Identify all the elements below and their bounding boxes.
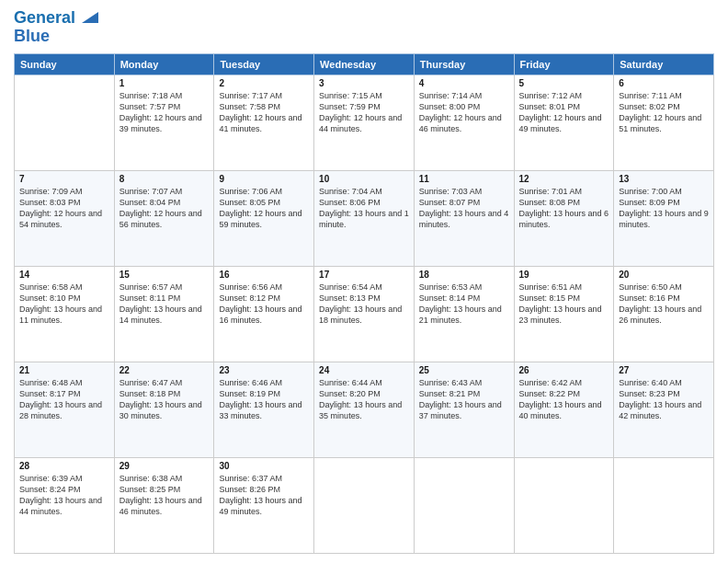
day-number: 5 — [519, 78, 609, 88]
day-number: 19 — [519, 270, 609, 280]
calendar-cell: 18Sunrise: 6:53 AMSunset: 8:14 PMDayligh… — [414, 266, 514, 362]
calendar-cell: 6Sunrise: 7:11 AMSunset: 8:02 PMDaylight… — [614, 75, 714, 170]
day-info: Sunrise: 6:46 AMSunset: 8:19 PMDaylight:… — [219, 377, 309, 422]
day-info: Sunrise: 7:09 AMSunset: 8:03 PMDaylight:… — [19, 186, 109, 231]
day-info: Sunrise: 6:42 AMSunset: 8:22 PMDaylight:… — [519, 377, 609, 422]
calendar-week-0: 1Sunrise: 7:18 AMSunset: 7:57 PMDaylight… — [15, 75, 714, 170]
calendar-cell: 29Sunrise: 6:38 AMSunset: 8:25 PMDayligh… — [114, 457, 214, 553]
weekday-saturday: Saturday — [614, 53, 714, 75]
day-info: Sunrise: 7:03 AMSunset: 8:07 PMDaylight:… — [419, 186, 509, 231]
day-number: 24 — [319, 365, 409, 375]
day-number: 20 — [619, 270, 709, 280]
day-info: Sunrise: 6:43 AMSunset: 8:21 PMDaylight:… — [419, 377, 509, 422]
calendar-cell: 10Sunrise: 7:04 AMSunset: 8:06 PMDayligh… — [314, 170, 415, 266]
day-info: Sunrise: 6:51 AMSunset: 8:15 PMDaylight:… — [519, 282, 609, 327]
day-number: 30 — [219, 461, 309, 471]
calendar-cell: 21Sunrise: 6:48 AMSunset: 8:17 PMDayligh… — [15, 362, 115, 457]
calendar-cell: 11Sunrise: 7:03 AMSunset: 8:07 PMDayligh… — [414, 170, 514, 266]
calendar-week-2: 14Sunrise: 6:58 AMSunset: 8:10 PMDayligh… — [15, 266, 714, 362]
day-info: Sunrise: 7:17 AMSunset: 7:58 PMDaylight:… — [219, 90, 309, 135]
calendar-cell: 26Sunrise: 6:42 AMSunset: 8:22 PMDayligh… — [514, 362, 614, 457]
calendar-cell: 2Sunrise: 7:17 AMSunset: 7:58 PMDaylight… — [214, 75, 314, 170]
calendar-cell: 13Sunrise: 7:00 AMSunset: 8:09 PMDayligh… — [614, 170, 714, 266]
day-info: Sunrise: 7:07 AMSunset: 8:04 PMDaylight:… — [119, 186, 210, 231]
logo: General Blue — [14, 9, 98, 46]
calendar-cell: 4Sunrise: 7:14 AMSunset: 8:00 PMDaylight… — [414, 75, 514, 170]
svg-marker-0 — [82, 12, 98, 23]
weekday-wednesday: Wednesday — [314, 53, 415, 75]
day-info: Sunrise: 6:54 AMSunset: 8:13 PMDaylight:… — [319, 282, 409, 327]
calendar-cell: 19Sunrise: 6:51 AMSunset: 8:15 PMDayligh… — [514, 266, 614, 362]
day-info: Sunrise: 7:14 AMSunset: 8:00 PMDaylight:… — [419, 90, 509, 135]
day-number: 11 — [419, 174, 509, 184]
day-number: 4 — [419, 78, 509, 88]
calendar-cell: 7Sunrise: 7:09 AMSunset: 8:03 PMDaylight… — [15, 170, 115, 266]
day-info: Sunrise: 6:53 AMSunset: 8:14 PMDaylight:… — [419, 282, 509, 327]
day-number: 3 — [319, 78, 409, 88]
calendar-cell: 9Sunrise: 7:06 AMSunset: 8:05 PMDaylight… — [214, 170, 314, 266]
calendar-cell — [314, 457, 415, 553]
day-info: Sunrise: 7:00 AMSunset: 8:09 PMDaylight:… — [619, 186, 709, 231]
day-number: 12 — [519, 174, 609, 184]
logo-blue-text: Blue — [14, 28, 50, 46]
day-info: Sunrise: 7:18 AMSunset: 7:57 PMDaylight:… — [119, 90, 210, 135]
day-info: Sunrise: 6:57 AMSunset: 8:11 PMDaylight:… — [119, 282, 210, 327]
weekday-monday: Monday — [114, 53, 214, 75]
day-number: 21 — [19, 365, 109, 375]
calendar-cell — [15, 75, 115, 170]
day-number: 29 — [119, 461, 210, 471]
calendar-cell: 8Sunrise: 7:07 AMSunset: 8:04 PMDaylight… — [114, 170, 214, 266]
logo-icon — [82, 12, 98, 23]
weekday-header-row: SundayMondayTuesdayWednesdayThursdayFrid… — [15, 53, 714, 75]
calendar-cell: 25Sunrise: 6:43 AMSunset: 8:21 PMDayligh… — [414, 362, 514, 457]
calendar-cell: 23Sunrise: 6:46 AMSunset: 8:19 PMDayligh… — [214, 362, 314, 457]
day-info: Sunrise: 7:06 AMSunset: 8:05 PMDaylight:… — [219, 186, 309, 231]
day-number: 16 — [219, 270, 309, 280]
calendar-cell: 28Sunrise: 6:39 AMSunset: 8:24 PMDayligh… — [15, 457, 115, 553]
day-info: Sunrise: 6:48 AMSunset: 8:17 PMDaylight:… — [19, 377, 109, 422]
calendar-cell: 5Sunrise: 7:12 AMSunset: 8:01 PMDaylight… — [514, 75, 614, 170]
calendar-cell: 3Sunrise: 7:15 AMSunset: 7:59 PMDaylight… — [314, 75, 415, 170]
calendar-cell: 24Sunrise: 6:44 AMSunset: 8:20 PMDayligh… — [314, 362, 415, 457]
calendar-cell: 20Sunrise: 6:50 AMSunset: 8:16 PMDayligh… — [614, 266, 714, 362]
day-info: Sunrise: 6:44 AMSunset: 8:20 PMDaylight:… — [319, 377, 409, 422]
day-number: 13 — [619, 174, 709, 184]
day-info: Sunrise: 6:58 AMSunset: 8:10 PMDaylight:… — [19, 282, 109, 327]
calendar-cell — [514, 457, 614, 553]
calendar-table: SundayMondayTuesdayWednesdayThursdayFrid… — [14, 53, 714, 554]
calendar-cell: 17Sunrise: 6:54 AMSunset: 8:13 PMDayligh… — [314, 266, 415, 362]
day-info: Sunrise: 6:40 AMSunset: 8:23 PMDaylight:… — [619, 377, 709, 422]
logo-text: General — [14, 9, 98, 28]
calendar-cell: 15Sunrise: 6:57 AMSunset: 8:11 PMDayligh… — [114, 266, 214, 362]
header: General Blue — [14, 9, 714, 46]
day-number: 8 — [119, 174, 210, 184]
day-info: Sunrise: 7:11 AMSunset: 8:02 PMDaylight:… — [619, 90, 709, 135]
day-info: Sunrise: 7:01 AMSunset: 8:08 PMDaylight:… — [519, 186, 609, 231]
day-number: 17 — [319, 270, 409, 280]
day-number: 10 — [319, 174, 409, 184]
day-number: 9 — [219, 174, 309, 184]
calendar-week-3: 21Sunrise: 6:48 AMSunset: 8:17 PMDayligh… — [15, 362, 714, 457]
day-number: 15 — [119, 270, 210, 280]
day-number: 2 — [219, 78, 309, 88]
calendar-cell: 27Sunrise: 6:40 AMSunset: 8:23 PMDayligh… — [614, 362, 714, 457]
day-number: 22 — [119, 365, 210, 375]
day-info: Sunrise: 7:12 AMSunset: 8:01 PMDaylight:… — [519, 90, 609, 135]
day-number: 25 — [419, 365, 509, 375]
calendar-cell: 30Sunrise: 6:37 AMSunset: 8:26 PMDayligh… — [214, 457, 314, 553]
day-number: 23 — [219, 365, 309, 375]
day-number: 7 — [19, 174, 109, 184]
day-number: 28 — [19, 461, 109, 471]
day-number: 14 — [19, 270, 109, 280]
calendar-week-1: 7Sunrise: 7:09 AMSunset: 8:03 PMDaylight… — [15, 170, 714, 266]
day-number: 6 — [619, 78, 709, 88]
day-number: 27 — [619, 365, 709, 375]
page: General Blue SundayMondayTuesdayWednesda… — [0, 0, 728, 563]
calendar-cell — [614, 457, 714, 553]
calendar-cell: 14Sunrise: 6:58 AMSunset: 8:10 PMDayligh… — [15, 266, 115, 362]
day-number: 18 — [419, 270, 509, 280]
day-info: Sunrise: 6:38 AMSunset: 8:25 PMDaylight:… — [119, 473, 210, 518]
calendar-cell: 1Sunrise: 7:18 AMSunset: 7:57 PMDaylight… — [114, 75, 214, 170]
weekday-sunday: Sunday — [15, 53, 115, 75]
day-info: Sunrise: 7:15 AMSunset: 7:59 PMDaylight:… — [319, 90, 409, 135]
